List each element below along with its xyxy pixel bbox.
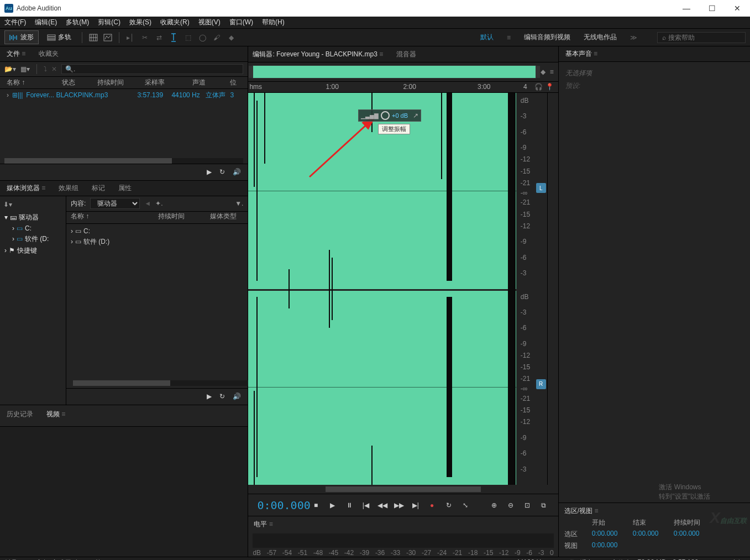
tree-shortcuts[interactable]: › ⚑ 快捷键 — [2, 245, 64, 257]
menu-clip[interactable]: 剪辑(C) — [98, 18, 120, 27]
sel-start[interactable]: 0:00.000 — [592, 530, 627, 539]
amplitude-knob[interactable] — [381, 111, 390, 120]
menu-multitrack[interactable]: 多轨(M) — [66, 18, 89, 27]
col-duration[interactable]: 持续时间 — [158, 212, 197, 223]
tab-properties[interactable]: 属性 — [118, 184, 132, 193]
play-icon[interactable]: ▶ — [207, 392, 212, 400]
loop-button[interactable]: ↻ — [443, 500, 454, 511]
tab-files[interactable]: 文件 — [7, 49, 25, 59]
record-button[interactable]: ● — [427, 500, 438, 511]
zoom-in-icon[interactable]: ⊕ — [489, 500, 500, 511]
files-hscroll[interactable] — [4, 158, 243, 164]
tab-essential-sound[interactable]: 基本声音 — [565, 49, 597, 59]
amplitude-hud[interactable]: ▁▃▅▇ +0 dB ↗ — [358, 109, 421, 122]
menu-favorites[interactable]: 收藏夹(R) — [160, 18, 190, 27]
editor-hscroll[interactable] — [248, 485, 558, 494]
workspace-edit-audio-video[interactable]: 编辑音频到视频 — [524, 33, 570, 42]
tab-media-browser[interactable]: 媒体浏览器 — [7, 184, 45, 193]
nav-fwd-icon[interactable]: ✦. — [155, 200, 162, 207]
spectral-freq-icon[interactable] — [88, 32, 99, 43]
list-c[interactable]: › ▭ C: — [69, 226, 245, 236]
workspace-more-icon[interactable]: ≫ — [630, 34, 637, 41]
autoplay-icon[interactable]: 🔊 — [233, 392, 241, 400]
razor-tool-icon[interactable]: ✂ — [139, 32, 150, 43]
workspace-default[interactable]: 默认 — [480, 33, 494, 42]
loop-icon[interactable]: ↻ — [219, 392, 225, 400]
menu-edit[interactable]: 编辑(E) — [35, 18, 57, 27]
marquee-tool-icon[interactable]: ⬚ — [182, 32, 193, 43]
spectral-pitch-icon[interactable] — [102, 32, 113, 43]
tab-effects-rack[interactable]: 效果组 — [59, 184, 78, 193]
time-select-tool-icon[interactable] — [168, 32, 179, 43]
channel-right-badge[interactable]: R — [536, 379, 546, 389]
help-search-input[interactable] — [668, 34, 741, 41]
play-icon[interactable]: ▶ — [207, 168, 212, 176]
filter-icon[interactable]: ▼. — [235, 200, 243, 207]
stop-button[interactable]: ■ — [311, 500, 322, 511]
tree-d[interactable]: › ▭ 软件 (D: — [2, 233, 64, 245]
play-button[interactable]: ▶ — [327, 500, 338, 511]
close-file-icon[interactable]: ✕ — [51, 65, 57, 73]
prev-button[interactable]: |◀ — [360, 500, 371, 511]
workspace-radio[interactable]: 无线电作品 — [584, 33, 617, 42]
autoplay-icon[interactable]: 🔊 — [233, 168, 241, 176]
browser-hscroll[interactable] — [73, 380, 250, 386]
current-time[interactable]: 0:00.000 — [257, 499, 310, 512]
menu-effects[interactable]: 效果(S) — [129, 18, 151, 27]
view-start[interactable]: 0:00.000 — [592, 541, 627, 551]
move-tool-icon[interactable]: ▸│ — [125, 32, 136, 43]
heal-tool-icon[interactable]: ◆ — [225, 32, 237, 43]
zoom-selection-icon[interactable]: ⧉ — [538, 500, 549, 511]
file-row[interactable]: › ⊞||| Forever... BLACKPINK.mp3 3:57.139… — [0, 89, 248, 101]
tab-favorites[interactable]: 收藏夹 — [39, 49, 59, 59]
waveform-editor[interactable]: dB -3 -6 -9 -12 -15 -21 -∞ L -21 -15 -12… — [248, 93, 558, 485]
tab-history[interactable]: 历史记录 — [7, 410, 33, 419]
col-samplerate[interactable]: 采样率 — [145, 78, 179, 87]
lasso-tool-icon[interactable]: ◯ — [197, 32, 208, 43]
slip-tool-icon[interactable]: ⇄ — [154, 32, 165, 43]
brush-tool-icon[interactable]: 🖌 — [211, 32, 222, 43]
pin-icon[interactable]: ↗ — [413, 112, 418, 119]
tab-mixer[interactable]: 混音器 — [396, 50, 416, 59]
sel-dur[interactable]: 0:00.000 — [674, 530, 709, 539]
levels-meter[interactable] — [253, 533, 553, 548]
new-multitrack-icon[interactable]: ▦▾ — [20, 65, 30, 73]
col-bit[interactable]: 位 — [230, 78, 241, 87]
tab-editor[interactable]: 编辑器: Forever Young - BLACKPINK.mp3 — [253, 50, 383, 59]
pause-button[interactable]: ⏸ — [344, 500, 355, 511]
zoom-full-icon[interactable]: ⊡ — [522, 500, 533, 511]
insert-icon[interactable]: ⤵ — [44, 65, 47, 73]
col-status[interactable]: 状态 — [62, 78, 84, 87]
col-duration[interactable]: 持续时间 — [97, 78, 132, 87]
headphones-icon[interactable]: 🎧 — [534, 83, 543, 91]
waveform-view-button[interactable]: 波形 — [4, 30, 39, 44]
tree-c[interactable]: › ▭ C: — [2, 223, 64, 233]
tree-drives[interactable]: ▾ 🖴 驱动器 — [2, 212, 64, 223]
download-icon[interactable]: ⬇▾ — [2, 198, 64, 212]
tab-markers[interactable]: 标记 — [92, 184, 105, 193]
close-button[interactable]: ✕ — [725, 0, 750, 17]
help-search[interactable]: ⌕ — [657, 32, 746, 43]
tab-video[interactable]: 视频 — [46, 410, 65, 419]
content-dropdown[interactable]: 驱动器 — [90, 198, 140, 209]
next-button[interactable]: ▶| — [410, 500, 421, 511]
sel-end[interactable]: 0:00.000 — [633, 530, 668, 539]
loop-icon[interactable]: ↻ — [219, 168, 225, 176]
menu-file[interactable]: 文件(F) — [4, 18, 26, 27]
list-icon[interactable]: ≡ — [550, 68, 554, 76]
forward-button[interactable]: ▶▶ — [394, 500, 405, 511]
col-channels[interactable]: 声道 — [192, 78, 217, 87]
menu-window[interactable]: 窗口(W) — [229, 18, 253, 27]
pin-icon[interactable]: 📍 — [546, 83, 554, 91]
maximize-button[interactable]: ☐ — [699, 0, 725, 17]
channel-left-badge[interactable]: L — [536, 183, 546, 193]
col-name[interactable]: 名称 ↑ — [7, 78, 49, 87]
col-type[interactable]: 媒体类型 — [210, 212, 243, 223]
col-name[interactable]: 名称 ↑ — [71, 212, 145, 223]
zoom-nav-icon[interactable]: ◆ — [541, 68, 546, 76]
zoom-out-icon[interactable]: ⊖ — [505, 500, 516, 511]
rewind-button[interactable]: ◀◀ — [377, 500, 388, 511]
amplitude-value[interactable]: +0 dB — [392, 112, 408, 119]
menu-view[interactable]: 视图(V) — [198, 18, 221, 27]
nav-back-icon[interactable]: ◄ — [144, 200, 151, 207]
